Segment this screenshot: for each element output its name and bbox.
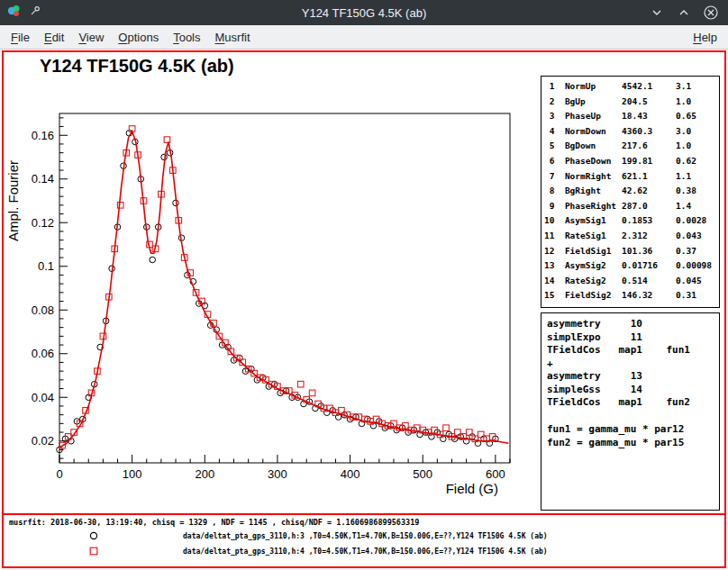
menu-item-tools[interactable]: Tools xyxy=(166,27,207,48)
theory-line: TFieldCos map1 fun2 xyxy=(547,396,714,410)
pin-icon[interactable] xyxy=(29,5,41,21)
stat-row: 2 BgUp204.51.0 xyxy=(544,95,716,110)
svg-text:0.02: 0.02 xyxy=(32,434,54,448)
theory-line: asymmetry 10 xyxy=(547,318,714,331)
svg-text:0: 0 xyxy=(56,467,62,481)
legend-entry-h4: data/deltat_pta_gps_3110,h:4 ,T0=4.50K,T… xyxy=(88,546,548,556)
stat-row: 8 BgRight42.620.38 xyxy=(544,184,716,199)
svg-text:0.1: 0.1 xyxy=(38,259,54,273)
fun-definition-line: fun1 = gamma_mu * par12 xyxy=(547,422,714,436)
stat-row: 12 FieldSig1101.360.37 xyxy=(544,244,716,259)
stat-row: 15 FieldSig2146.320.31 xyxy=(544,288,716,303)
theory-line: asymmetry 13 xyxy=(547,370,714,384)
stat-row: 11 RateSig12.3120.043 xyxy=(544,229,716,244)
stat-row: 13 AsymSig20.017160.00098 xyxy=(544,258,716,274)
app-window: Y124 TF150G 4.5K (ab) xyxy=(0,0,728,570)
theory-line: simplExpo 11 xyxy=(547,331,714,345)
svg-text:Field (G): Field (G) xyxy=(446,481,498,496)
theory-line: simpleGss 14 xyxy=(547,384,714,397)
menu-item-view[interactable]: View xyxy=(71,27,111,48)
svg-text:Ampl. Fourier: Ampl. Fourier xyxy=(5,160,21,241)
menu-item-options[interactable]: Options xyxy=(111,27,166,48)
stat-row: 10 AsymSig10.18530.0028 xyxy=(544,213,716,229)
legend-entry-h3: data/deltat_pta_gps_3110,h:3 ,T0=4.50K,T… xyxy=(88,530,548,541)
minimize-button[interactable] xyxy=(649,5,665,21)
theory-line: + xyxy=(547,357,714,371)
fit-parameter-stats-box[interactable]: 1 NormUp4542.13.1 2 BgUp204.51.0 3 Phase… xyxy=(541,76,720,308)
stat-row: 4 NormDown4360.33.0 xyxy=(544,124,716,140)
app-icon xyxy=(7,4,22,22)
menu-item-file[interactable]: File xyxy=(4,27,37,48)
fun-definition-line: fun2 = gamma_mu * par15 xyxy=(547,436,714,449)
svg-text:400: 400 xyxy=(341,467,360,481)
legend-label: data/deltat_pta_gps_3110,h:4 ,T0=4.50K,T… xyxy=(183,547,548,556)
menu-item-help[interactable]: Help xyxy=(686,27,724,48)
legend-pad-divider xyxy=(4,513,724,515)
menubar: FileEditViewOptionsToolsMusrfit Help xyxy=(0,25,728,50)
theory-line: TFieldCos map1 fun1 xyxy=(547,344,714,357)
maximize-button[interactable] xyxy=(676,5,692,21)
svg-text:500: 500 xyxy=(413,467,432,481)
stat-row: 9 PhaseRight287.01.4 xyxy=(544,199,716,214)
svg-text:300: 300 xyxy=(268,467,287,481)
titlebar[interactable]: Y124 TF150G 4.5K (ab) xyxy=(0,0,728,25)
circle-marker-icon xyxy=(88,530,99,541)
svg-text:200: 200 xyxy=(195,467,214,481)
svg-text:600: 600 xyxy=(486,467,505,481)
stat-row: 6 PhaseDown199.810.62 xyxy=(544,154,716,169)
svg-text:0.14: 0.14 xyxy=(32,172,54,185)
theory-function-box[interactable]: asymmetry 10simplExpo 11TFieldCos map1 f… xyxy=(541,312,720,511)
svg-text:0.06: 0.06 xyxy=(32,347,54,360)
stat-row: 14 RateSig20.5140.045 xyxy=(544,274,716,289)
close-button[interactable] xyxy=(703,5,719,21)
menu-item-musrfit[interactable]: Musrfit xyxy=(208,27,258,48)
stat-row: 3 PhaseUp18.430.65 xyxy=(544,109,716,124)
stat-row: 1 NormUp4542.13.1 xyxy=(544,79,716,95)
window-title: Y124 TF150G 4.5K (ab) xyxy=(0,6,728,20)
menu-item-edit[interactable]: Edit xyxy=(37,27,71,48)
svg-text:0.08: 0.08 xyxy=(32,303,54,317)
root-canvas[interactable]: Y124 TF150G 4.5K (ab) 010020030040050060… xyxy=(2,50,726,568)
fourier-plot[interactable]: 01002003004005006000.020.040.060.080.10.… xyxy=(4,52,540,513)
svg-text:100: 100 xyxy=(123,467,142,481)
stat-row: 5 BgDown217.61.0 xyxy=(544,139,716,154)
stat-row: 7 NormRight621.11.1 xyxy=(544,169,716,185)
svg-text:0.12: 0.12 xyxy=(32,216,54,230)
svg-text:0.04: 0.04 xyxy=(32,391,54,404)
svg-text:0.16: 0.16 xyxy=(32,129,54,142)
square-marker-icon xyxy=(88,546,99,556)
fit-info-line: musrfit: 2018-06-30, 13:19:40, chisq = 1… xyxy=(9,518,419,527)
legend-label: data/deltat_pta_gps_3110,h:3 ,T0=4.50K,T… xyxy=(183,532,548,540)
